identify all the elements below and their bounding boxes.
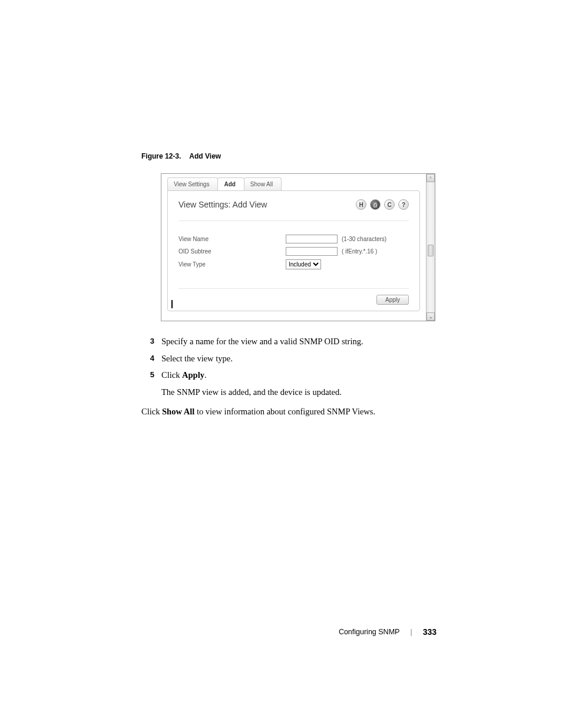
help-icon[interactable]: ?	[398, 199, 409, 210]
label-view-name: View Name	[178, 233, 286, 245]
step-5-num: 5	[141, 368, 161, 383]
scroll-down-icon[interactable]: ⌄	[427, 312, 435, 321]
figure-caption: Figure 12-3.Add View	[141, 152, 436, 160]
hint-view-name: (1-30 characters)	[342, 233, 409, 245]
steps: 3 Specify a name for the view and a vali…	[141, 334, 436, 419]
tab-add[interactable]: Add	[217, 177, 244, 190]
step-5: 5 Click Apply.	[141, 368, 436, 383]
text-cursor-icon	[171, 300, 173, 308]
step-4: 4 Select the view type.	[141, 351, 436, 366]
print-icon[interactable]: ⎙	[370, 199, 381, 210]
tab-view-settings[interactable]: View Settings	[167, 177, 218, 190]
row-view-name: View Name (1-30 characters)	[178, 233, 409, 245]
save-icon[interactable]: H	[356, 199, 366, 210]
step-5-text: Click Apply.	[161, 368, 436, 383]
tab-show-all[interactable]: Show All	[244, 177, 282, 190]
input-view-name[interactable]	[286, 235, 338, 243]
scroll-thumb[interactable]	[428, 245, 434, 256]
refresh-icon[interactable]: C	[384, 199, 395, 210]
panel-body: View Settings: Add View H ⎙ C ? View Nam…	[167, 190, 420, 311]
label-view-type: View Type	[178, 258, 286, 271]
row-oid-subtree: OID Subtree ( ifEntry.*.16 )	[178, 245, 409, 258]
row-view-type: View Type Included	[178, 258, 409, 271]
scrollbar[interactable]: ^ ⌄	[426, 174, 435, 321]
footer-section: Configuring SNMP	[339, 628, 400, 636]
tab-row: View Settings Add Show All	[167, 177, 420, 190]
step-4-text: Select the view type.	[161, 351, 436, 366]
footer-page-number: 333	[423, 627, 437, 637]
hint-oid-subtree: ( ifEntry.*.16 )	[342, 245, 409, 258]
apply-bold: Apply	[182, 370, 204, 380]
after-steps: Click Show All to view information about…	[141, 404, 436, 419]
panel: View Settings Add Show All View Settings…	[161, 174, 426, 321]
form-table: View Name (1-30 characters) OID Subtree …	[178, 233, 409, 271]
step-4-num: 4	[141, 351, 161, 366]
select-view-type[interactable]: Included	[286, 259, 321, 269]
step-5-sub: The SNMP view is added, and the device i…	[161, 385, 436, 400]
step-3-text: Specify a name for the view and a valid …	[161, 334, 436, 349]
label-oid-subtree: OID Subtree	[178, 245, 286, 258]
figure-number: Figure 12-3.	[141, 152, 181, 160]
show-all-bold: Show All	[162, 407, 194, 416]
step-3: 3 Specify a name for the view and a vali…	[141, 334, 436, 349]
apply-button[interactable]: Apply	[376, 295, 409, 305]
screenshot: View Settings Add Show All View Settings…	[161, 173, 435, 321]
page-footer: Configuring SNMP | 333	[339, 627, 437, 637]
scroll-up-icon[interactable]: ^	[427, 174, 435, 182]
icon-row: H ⎙ C ?	[356, 199, 409, 210]
figure-title: Add View	[189, 152, 221, 160]
panel-header: View Settings: Add View H ⎙ C ?	[178, 199, 409, 221]
step-3-num: 3	[141, 334, 161, 349]
panel-footer: Apply	[178, 288, 409, 305]
input-oid-subtree[interactable]	[286, 247, 338, 256]
footer-separator: |	[410, 628, 412, 636]
panel-title: View Settings: Add View	[178, 200, 267, 209]
